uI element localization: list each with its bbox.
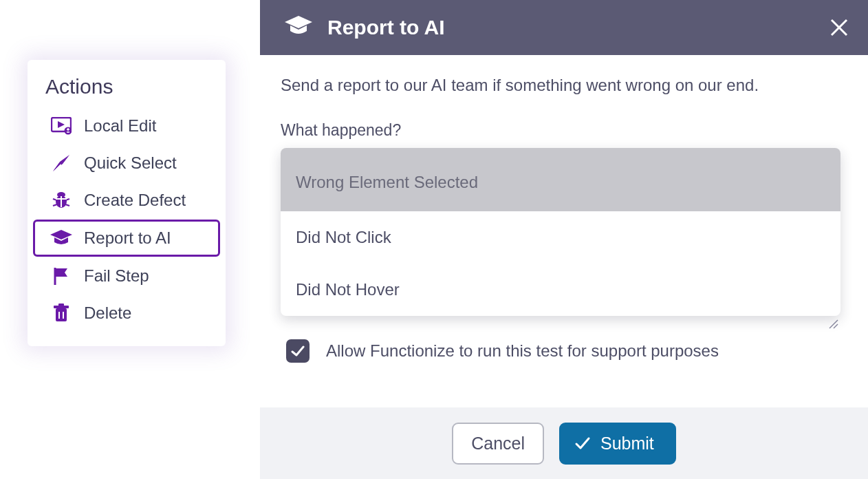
svg-rect-18 bbox=[56, 308, 67, 321]
modal-description: Send a report to our AI team if somethin… bbox=[281, 76, 840, 95]
actions-item-delete[interactable]: Delete bbox=[33, 295, 220, 331]
actions-item-label: Report to AI bbox=[84, 228, 171, 248]
submit-button[interactable]: Submit bbox=[559, 423, 676, 465]
local-edit-icon bbox=[48, 117, 74, 135]
allow-support-row: Allow Functionize to run this test for s… bbox=[286, 339, 840, 363]
arrow-icon bbox=[48, 153, 74, 173]
bug-icon bbox=[48, 191, 74, 210]
actions-item-label: Delete bbox=[84, 304, 131, 323]
allow-support-checkbox[interactable] bbox=[286, 339, 310, 363]
cancel-button[interactable]: Cancel bbox=[452, 423, 544, 465]
actions-title: Actions bbox=[28, 72, 226, 107]
svg-line-11 bbox=[53, 204, 57, 206]
svg-marker-6 bbox=[53, 155, 69, 171]
graduation-cap-icon bbox=[285, 16, 312, 39]
modal-title: Report to AI bbox=[327, 16, 445, 39]
dropdown-option-did-not-hover[interactable]: Did Not Hover bbox=[281, 264, 840, 316]
actions-item-create-defect[interactable]: Create Defect bbox=[33, 182, 220, 218]
modal-footer: Cancel Submit bbox=[260, 407, 868, 479]
svg-line-26 bbox=[829, 320, 838, 328]
cancel-button-label: Cancel bbox=[471, 434, 525, 454]
what-happened-label: What happened? bbox=[281, 121, 840, 140]
trash-icon bbox=[48, 304, 74, 323]
svg-marker-1 bbox=[58, 121, 65, 128]
svg-line-12 bbox=[65, 204, 69, 206]
what-happened-dropdown[interactable]: Wrong Element Selected Did Not Click Did… bbox=[281, 148, 840, 316]
submit-button-label: Submit bbox=[600, 434, 654, 454]
svg-line-27 bbox=[834, 324, 838, 328]
svg-rect-20 bbox=[58, 304, 64, 306]
allow-support-label: Allow Functionize to run this test for s… bbox=[326, 341, 719, 361]
resize-handle-icon[interactable] bbox=[281, 319, 840, 332]
dropdown-option-wrong-element[interactable]: Wrong Element Selected bbox=[281, 148, 840, 211]
actions-item-label: Local Edit bbox=[84, 116, 156, 136]
actions-panel: Actions Local Edit Quick Select bbox=[28, 60, 226, 346]
actions-item-label: Quick Select bbox=[84, 153, 177, 173]
modal-body: Send a report to our AI team if somethin… bbox=[260, 55, 868, 376]
graduation-cap-icon bbox=[48, 230, 74, 246]
report-to-ai-modal: Report to AI Send a report to our AI tea… bbox=[260, 0, 868, 479]
flag-icon bbox=[48, 266, 74, 286]
dropdown-option-did-not-click[interactable]: Did Not Click bbox=[281, 211, 840, 264]
actions-item-fail-step[interactable]: Fail Step bbox=[33, 258, 220, 294]
check-icon bbox=[574, 435, 591, 451]
close-icon[interactable] bbox=[829, 18, 849, 37]
actions-item-label: Create Defect bbox=[84, 191, 186, 210]
svg-marker-23 bbox=[285, 16, 312, 28]
modal-header: Report to AI bbox=[260, 0, 868, 55]
actions-item-label: Fail Step bbox=[84, 266, 149, 286]
actions-item-local-edit[interactable]: Local Edit bbox=[33, 108, 220, 144]
actions-item-quick-select[interactable]: Quick Select bbox=[33, 145, 220, 181]
actions-item-report-to-ai[interactable]: Report to AI bbox=[33, 220, 220, 257]
modal-header-left: Report to AI bbox=[285, 16, 445, 39]
svg-marker-16 bbox=[50, 230, 72, 240]
